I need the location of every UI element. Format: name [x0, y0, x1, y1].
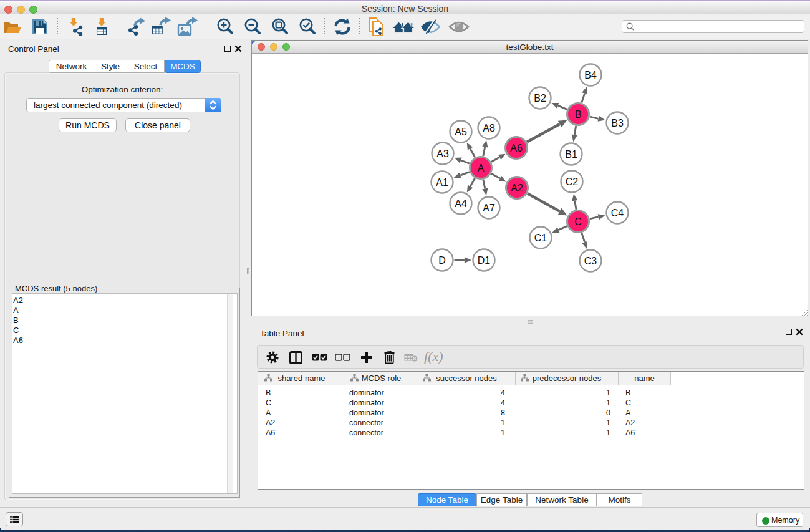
svg-text:D: D	[438, 255, 446, 266]
svg-text:A: A	[478, 163, 485, 173]
svg-text:A7: A7	[483, 203, 495, 213]
svg-text:A3: A3	[436, 148, 449, 159]
svg-text:A2: A2	[511, 183, 523, 193]
svg-text:A5: A5	[455, 127, 467, 137]
svg-text:B2: B2	[534, 93, 546, 104]
svg-text:A6: A6	[510, 143, 523, 153]
svg-text:B4: B4	[584, 70, 597, 80]
svg-text:B: B	[575, 109, 582, 120]
svg-text:C: C	[574, 216, 582, 227]
svg-text:B3: B3	[611, 118, 624, 128]
svg-text:A8: A8	[483, 123, 495, 133]
svg-text:C1: C1	[534, 233, 547, 243]
svg-text:D1: D1	[478, 255, 491, 266]
svg-text:A1: A1	[436, 177, 448, 188]
svg-text:B1: B1	[565, 149, 577, 160]
svg-text:A4: A4	[455, 198, 467, 209]
svg-text:C4: C4	[611, 208, 624, 218]
svg-text:C3: C3	[584, 256, 597, 266]
svg-text:C2: C2	[566, 177, 579, 187]
